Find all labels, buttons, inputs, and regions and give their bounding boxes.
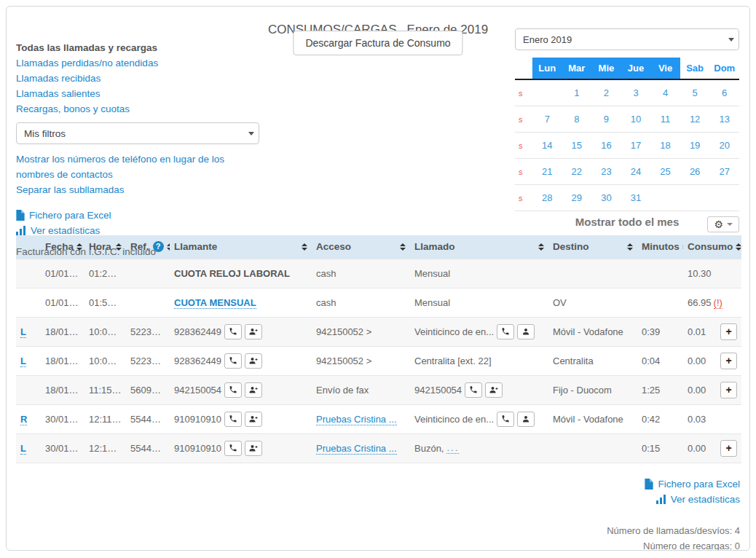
sort-icon[interactable] — [736, 243, 741, 251]
download-invoice-button[interactable]: Descargar Factura de Consumo — [293, 31, 462, 55]
day-link[interactable]: 15 — [572, 140, 582, 151]
day-link[interactable]: 13 — [719, 114, 729, 125]
day-link[interactable]: 27 — [719, 166, 729, 177]
contact-button[interactable] — [517, 412, 535, 427]
warning-flag-link[interactable]: (!) — [714, 297, 722, 309]
add-detail-button[interactable]: + — [720, 440, 737, 457]
add-contact-button[interactable] — [245, 353, 262, 369]
contact-link[interactable]: Pruebas Cristina ... — [316, 414, 397, 425]
month-select[interactable]: Enero 2019 — [515, 28, 739, 50]
day-link[interactable]: 22 — [572, 166, 582, 177]
my-filters-select[interactable]: Mis filtros — [16, 122, 259, 144]
calendar-week-row: s 1 2 3 4 5 6 — [515, 80, 739, 106]
stats-link-bottom[interactable]: Ver estadísticas — [656, 492, 740, 507]
call-button[interactable] — [497, 324, 514, 339]
call-button[interactable] — [465, 382, 482, 398]
day-link[interactable]: 8 — [574, 114, 579, 125]
sort-icon[interactable] — [302, 243, 307, 251]
day-link[interactable]: 5 — [693, 87, 698, 98]
day-link[interactable]: 26 — [690, 166, 700, 177]
stats-link-top[interactable]: Ver estadísticas — [16, 223, 259, 238]
call-type-link[interactable]: L — [20, 355, 26, 367]
filter-missed-calls-link[interactable]: Llamadas perdidas/no atendidas — [16, 55, 259, 71]
day-link[interactable]: 14 — [542, 140, 552, 151]
add-contact-button[interactable] — [245, 441, 262, 456]
add-detail-button[interactable]: + — [720, 382, 737, 398]
add-contact-button[interactable] — [245, 382, 262, 398]
day-link[interactable]: 12 — [690, 114, 700, 125]
day-link[interactable]: 21 — [542, 166, 552, 177]
cell-llamado: Centralita [ext. 22] — [410, 346, 548, 375]
day-link[interactable]: 10 — [631, 114, 641, 125]
day-link[interactable]: 25 — [660, 166, 670, 177]
day-link[interactable]: 23 — [601, 166, 611, 177]
chevron-down-icon — [727, 223, 733, 226]
day-link[interactable]: 29 — [572, 192, 582, 203]
week-link[interactable]: s — [515, 168, 532, 176]
summary-recharges-count: Número de recargas: 0 — [16, 538, 740, 551]
call-button[interactable] — [224, 324, 242, 339]
day-link[interactable]: 20 — [719, 140, 729, 151]
contact-button[interactable] — [517, 324, 535, 339]
add-detail-button[interactable]: + — [720, 323, 737, 340]
day-link[interactable]: 31 — [631, 192, 641, 203]
more-link[interactable]: ... — [446, 442, 459, 454]
split-subcalls-link[interactable]: Separar las subllamadas — [16, 182, 259, 197]
day-link[interactable]: 9 — [604, 114, 609, 125]
cell-fecha: 18/01/19 — [41, 375, 84, 404]
add-detail-button[interactable]: + — [720, 353, 737, 369]
calendar-week-row: s 7 8 9 10 11 12 13 — [515, 106, 739, 133]
billing-note: Facturación con I.G.I.C. incluido — [16, 244, 259, 259]
add-contact-button[interactable] — [245, 412, 262, 427]
call-button[interactable] — [224, 412, 242, 427]
filter-recharges-link[interactable]: Recargas, bonos y cuotas — [16, 101, 259, 117]
day-link[interactable]: 17 — [631, 140, 641, 151]
week-link[interactable]: s — [515, 194, 532, 203]
sort-icon[interactable] — [627, 243, 633, 251]
table-settings-button[interactable]: ⚙ — [707, 216, 739, 232]
filter-outgoing-calls-link[interactable]: Llamadas salientes — [16, 86, 259, 101]
day-link[interactable]: 2 — [604, 87, 609, 98]
add-contact-button[interactable] — [245, 324, 262, 339]
week-link[interactable]: s — [515, 115, 532, 124]
week-link[interactable]: s — [515, 141, 532, 150]
day-link[interactable]: 6 — [722, 87, 727, 98]
day-link[interactable]: 1 — [574, 87, 579, 98]
day-link[interactable]: 3 — [633, 87, 638, 98]
call-type-link[interactable]: L — [20, 326, 26, 338]
phone-icon — [229, 356, 237, 365]
sort-icon[interactable] — [682, 243, 683, 251]
call-button[interactable] — [497, 412, 514, 427]
call-type-link[interactable]: L — [20, 443, 26, 455]
call-button[interactable] — [224, 353, 242, 369]
sort-icon[interactable] — [400, 243, 406, 251]
excel-export-link-top[interactable]: Fichero para Excel — [16, 208, 259, 223]
day-link[interactable]: 19 — [690, 140, 700, 151]
filter-received-calls-link[interactable]: Llamadas recibidas — [16, 71, 259, 86]
show-full-month-link[interactable]: Mostrar todo el mes — [515, 216, 739, 228]
cell-fecha: 01/01/19 — [41, 288, 84, 317]
col-destino: Destino — [548, 235, 637, 259]
day-link[interactable]: 4 — [663, 87, 668, 98]
day-link[interactable]: 16 — [601, 140, 611, 151]
weekend-header: Sab — [680, 58, 710, 79]
day-link[interactable]: 11 — [661, 114, 671, 125]
cell-acceso: 942150052 > — [312, 346, 410, 375]
add-contact-button[interactable] — [485, 382, 503, 398]
file-icon — [645, 479, 653, 490]
show-phone-numbers-link[interactable]: Mostrar los números de teléfono en lugar… — [16, 152, 259, 182]
contact-link[interactable]: Pruebas Cristina ... — [316, 443, 397, 455]
day-link[interactable]: 24 — [631, 166, 641, 177]
call-type-link[interactable]: R — [20, 414, 27, 425]
day-link[interactable]: 18 — [660, 140, 670, 151]
day-link[interactable]: 30 — [601, 192, 611, 203]
phone-icon — [229, 414, 237, 423]
excel-export-link-bottom[interactable]: Fichero para Excel — [645, 476, 740, 492]
sort-icon[interactable] — [538, 243, 544, 251]
cuota-mensual-link[interactable]: CUOTA MENSUAL — [174, 297, 256, 309]
call-button[interactable] — [224, 441, 242, 456]
day-link[interactable]: 28 — [542, 192, 552, 203]
week-link[interactable]: s — [515, 89, 532, 98]
call-button[interactable] — [224, 382, 242, 398]
day-link[interactable]: 7 — [545, 114, 550, 125]
